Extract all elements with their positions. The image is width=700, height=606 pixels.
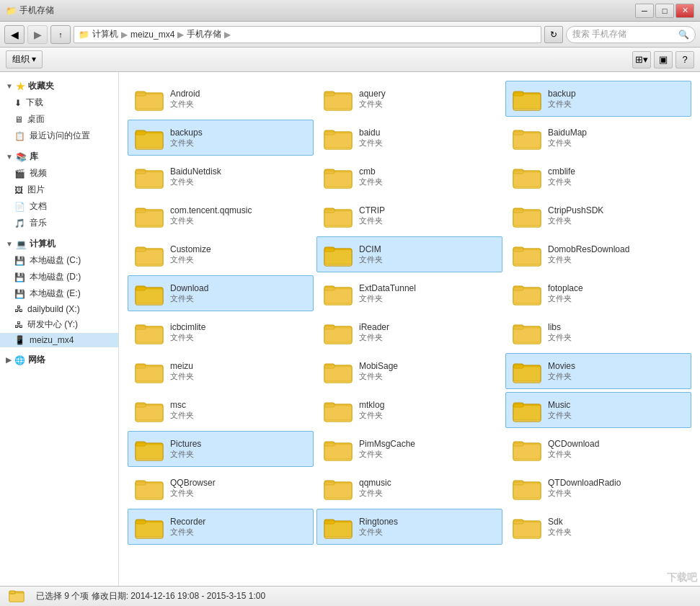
sidebar-item-download[interactable]: ⬇ 下载 (0, 94, 118, 111)
forward-button[interactable]: ▶ (27, 25, 48, 44)
folder-item[interactable]: backups 文件夹 (128, 120, 314, 156)
sidebar-item-recent[interactable]: 📋 最近访问的位置 (0, 128, 118, 144)
help-button[interactable]: ? (675, 51, 694, 68)
local-e-label: 本地磁盘 (E:) (30, 288, 81, 300)
sidebar-item-dailybuild[interactable]: 🖧 dailybuild (X:) (0, 302, 118, 316)
svg-rect-83 (513, 326, 541, 342)
search-box[interactable]: 搜索 手机存储 🔍 (566, 26, 696, 43)
sidebar-item-desktop[interactable]: 🖥 桌面 (0, 111, 118, 128)
folder-item[interactable]: QTDownloadRadio 文件夹 (505, 470, 691, 506)
sidebar-item-music[interactable]: 🎵 音乐 (0, 215, 118, 231)
folder-item[interactable]: Android 文件夹 (128, 81, 314, 117)
folder-icon (134, 86, 164, 112)
organize-button[interactable]: 组织 ▾ (6, 50, 43, 68)
folder-icon (323, 202, 353, 228)
folder-item[interactable]: QCDownload 文件夹 (505, 431, 691, 467)
download-label: 下载 (26, 97, 43, 109)
folder-item[interactable]: MobiSage 文件夹 (316, 353, 502, 389)
window-title: 手机存储 (19, 4, 54, 17)
minimize-button[interactable]: ─ (635, 4, 654, 18)
folder-item[interactable]: PimMsgCache 文件夹 (316, 431, 502, 467)
image-label: 图片 (27, 184, 45, 196)
title-bar-left: 📁 手机存储 (6, 4, 54, 17)
folder-item[interactable]: BaiduMap 文件夹 (505, 120, 691, 156)
sidebar-item-image[interactable]: 🖼 图片 (0, 182, 118, 198)
up-button[interactable]: ↑ (50, 25, 71, 44)
content-area: Android 文件夹 aquery 文件夹 (119, 72, 700, 586)
folder-item[interactable]: Movies 文件夹 (505, 353, 691, 389)
folder-item[interactable]: Customize 文件夹 (128, 236, 314, 272)
folder-item[interactable]: meizu 文件夹 (128, 353, 314, 389)
folder-item[interactable]: Pictures 文件夹 (128, 431, 314, 467)
svg-rect-91 (324, 365, 352, 381)
folder-icon (512, 164, 542, 190)
folder-item[interactable]: cmb 文件夹 (316, 159, 502, 195)
folder-item[interactable]: Music 文件夹 (505, 392, 691, 428)
folder-info: Download 文件夹 (170, 283, 307, 304)
svg-rect-123 (136, 482, 163, 498)
close-button[interactable]: ✕ (675, 4, 694, 18)
address-bar: ◀ ▶ ↑ 📁 计算机 ▶ meizu_mx4 ▶ 手机存储 ▶ ↻ 搜索 手机… (0, 22, 700, 48)
folder-item[interactable]: mtklog 文件夹 (316, 392, 502, 428)
folder-item[interactable]: Download 文件夹 (128, 275, 314, 311)
folder-item[interactable]: QQBrowser 文件夹 (128, 470, 314, 506)
folder-item[interactable]: msc 文件夹 (128, 392, 314, 428)
preview-pane-button[interactable]: ▣ (654, 51, 673, 68)
local-d-label: 本地磁盘 (D:) (30, 271, 81, 283)
favorites-header[interactable]: ▼ ★ 收藏夹 (0, 78, 118, 94)
folder-icon (512, 86, 542, 112)
folder-item[interactable]: baidu 文件夹 (316, 120, 502, 156)
folder-item[interactable]: backup 文件夹 (505, 81, 691, 117)
refresh-button[interactable]: ↻ (544, 26, 563, 43)
folder-icon (134, 436, 164, 462)
folder-item[interactable]: DCIM 文件夹 (316, 236, 502, 272)
folder-grid: Android 文件夹 aquery 文件夹 (125, 78, 694, 548)
back-button[interactable]: ◀ (4, 25, 25, 44)
folder-item[interactable]: aquery 文件夹 (316, 81, 502, 117)
sidebar-item-research[interactable]: 🖧 研发中心 (Y:) (0, 316, 118, 333)
sidebar-item-video[interactable]: 🎬 视频 (0, 165, 118, 182)
folder-item[interactable]: Recorder 文件夹 (128, 509, 314, 545)
folder-name: icbcimlite (170, 322, 307, 332)
sidebar-item-local-d[interactable]: 💾 本地磁盘 (D:) (0, 269, 118, 285)
folder-icon (512, 280, 542, 306)
folder-item[interactable]: CTRIP 文件夹 (316, 197, 502, 233)
folder-item[interactable]: qqmusic 文件夹 (316, 470, 502, 506)
folder-item[interactable]: libs 文件夹 (505, 314, 691, 350)
folder-item[interactable]: iReader 文件夹 (316, 314, 502, 350)
folder-type: 文件夹 (170, 254, 307, 265)
sidebar-item-local-c[interactable]: 💾 本地磁盘 (C:) (0, 252, 118, 269)
address-path[interactable]: 📁 计算机 ▶ meizu_mx4 ▶ 手机存储 ▶ (74, 26, 541, 43)
folder-icon (134, 125, 164, 151)
sidebar-item-doc[interactable]: 📄 文档 (0, 198, 118, 215)
folder-item[interactable]: DomobResDownload 文件夹 (505, 236, 691, 272)
maximize-button[interactable]: □ (655, 4, 674, 18)
folder-type: 文件夹 (359, 410, 496, 421)
folder-item[interactable]: Sdk 文件夹 (505, 509, 691, 545)
folder-name: cmb (359, 166, 496, 177)
computer-header[interactable]: ▼ 💻 计算机 (0, 236, 118, 252)
folder-item[interactable]: BaiduNetdisk 文件夹 (128, 159, 314, 195)
folder-item[interactable]: com.tencent.qqmusic 文件夹 (128, 197, 314, 233)
folder-item[interactable]: icbcimlite 文件夹 (128, 314, 314, 350)
folder-type: 文件夹 (170, 449, 307, 460)
svg-rect-51 (136, 249, 163, 264)
folder-item[interactable]: cmblife 文件夹 (505, 159, 691, 195)
sidebar-item-local-e[interactable]: 💾 本地磁盘 (E:) (0, 285, 118, 302)
view-options-button[interactable]: ⊞▾ (632, 51, 651, 68)
folder-item[interactable]: CtripPushSDK 文件夹 (505, 197, 691, 233)
folder-item[interactable]: fotoplace 文件夹 (505, 275, 691, 311)
network-header[interactable]: ▶ 🌐 网络 (0, 352, 118, 368)
path-sep-1: ▶ (121, 30, 128, 40)
status-folder-icon (9, 587, 25, 605)
libraries-header[interactable]: ▼ 📚 库 (0, 148, 118, 165)
folder-name: Android (170, 89, 307, 99)
svg-rect-55 (324, 249, 352, 264)
hdd-y-icon: 🖧 (14, 320, 23, 330)
sidebar-item-meizu[interactable]: 📱 meizu_mx4 (0, 333, 118, 347)
folder-icon (134, 241, 164, 267)
folder-name: PimMsgCache (359, 439, 496, 449)
folder-item[interactable]: Ringtones 文件夹 (316, 509, 502, 545)
folder-item[interactable]: ExtDataTunnel 文件夹 (316, 275, 502, 311)
folder-info: aquery 文件夹 (359, 89, 496, 110)
